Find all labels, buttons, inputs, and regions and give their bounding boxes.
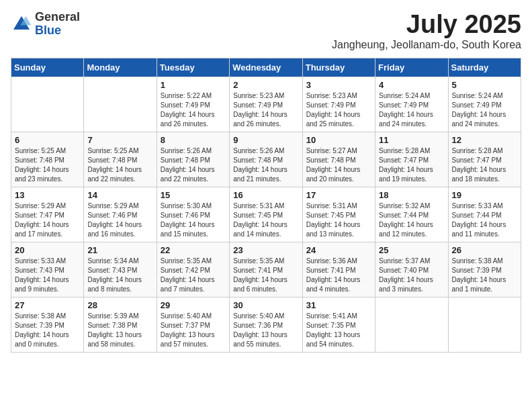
day-info: Sunrise: 5:23 AMSunset: 7:49 PMDaylight:…	[233, 91, 298, 129]
day-number: 1	[161, 80, 226, 90]
day-number: 18	[379, 190, 444, 200]
day-of-week-header: Sunday	[11, 58, 84, 77]
day-info: Sunrise: 5:41 AMSunset: 7:35 PMDaylight:…	[306, 312, 371, 349]
calendar-header: SundayMondayTuesdayWednesdayThursdayFrid…	[11, 58, 521, 77]
calendar-cell: 26Sunrise: 5:38 AMSunset: 7:39 PMDayligh…	[448, 242, 521, 297]
day-number: 11	[379, 135, 444, 145]
calendar-week-row: 20Sunrise: 5:33 AMSunset: 7:43 PMDayligh…	[11, 242, 521, 297]
day-number: 10	[306, 135, 371, 145]
day-info: Sunrise: 5:39 AMSunset: 7:38 PMDaylight:…	[87, 312, 152, 349]
day-info: Sunrise: 5:22 AMSunset: 7:49 PMDaylight:…	[161, 91, 226, 129]
day-info: Sunrise: 5:26 AMSunset: 7:48 PMDaylight:…	[233, 146, 298, 184]
day-number: 29	[161, 300, 226, 310]
day-number: 15	[161, 190, 226, 200]
day-number: 14	[87, 190, 152, 200]
calendar-cell: 4Sunrise: 5:24 AMSunset: 7:49 PMDaylight…	[375, 77, 448, 132]
calendar-cell: 9Sunrise: 5:26 AMSunset: 7:48 PMDaylight…	[230, 132, 302, 187]
day-info: Sunrise: 5:24 AMSunset: 7:49 PMDaylight:…	[379, 91, 444, 129]
calendar-cell: 23Sunrise: 5:35 AMSunset: 7:41 PMDayligh…	[230, 242, 302, 297]
logo-icon	[11, 13, 32, 35]
day-of-week-header: Tuesday	[157, 58, 229, 77]
day-of-week-header: Monday	[84, 58, 157, 77]
calendar-cell	[84, 77, 157, 132]
calendar-cell	[375, 297, 448, 352]
day-info: Sunrise: 5:29 AMSunset: 7:46 PMDaylight:…	[87, 201, 152, 239]
day-info: Sunrise: 5:24 AMSunset: 7:49 PMDaylight:…	[452, 91, 517, 129]
day-info: Sunrise: 5:30 AMSunset: 7:46 PMDaylight:…	[161, 201, 226, 239]
calendar-cell: 20Sunrise: 5:33 AMSunset: 7:43 PMDayligh…	[11, 242, 84, 297]
calendar-cell: 18Sunrise: 5:32 AMSunset: 7:44 PMDayligh…	[375, 187, 448, 242]
calendar-cell: 5Sunrise: 5:24 AMSunset: 7:49 PMDaylight…	[448, 77, 521, 132]
day-info: Sunrise: 5:32 AMSunset: 7:44 PMDaylight:…	[379, 201, 444, 239]
day-number: 17	[306, 190, 371, 200]
day-info: Sunrise: 5:28 AMSunset: 7:47 PMDaylight:…	[379, 146, 444, 184]
month-title: July 2025	[332, 11, 521, 39]
calendar-cell: 7Sunrise: 5:25 AMSunset: 7:48 PMDaylight…	[84, 132, 157, 187]
calendar-week-row: 13Sunrise: 5:29 AMSunset: 7:47 PMDayligh…	[11, 187, 521, 242]
logo-general: General	[35, 11, 80, 24]
day-number: 6	[15, 135, 80, 145]
day-of-week-header: Wednesday	[230, 58, 302, 77]
day-number: 3	[306, 80, 371, 90]
calendar-body: 1Sunrise: 5:22 AMSunset: 7:49 PMDaylight…	[11, 77, 521, 352]
day-info: Sunrise: 5:27 AMSunset: 7:48 PMDaylight:…	[306, 146, 371, 184]
location-title: Jangheung, Jeollanam-do, South Korea	[332, 39, 521, 51]
day-of-week-header: Thursday	[302, 58, 375, 77]
calendar-cell: 31Sunrise: 5:41 AMSunset: 7:35 PMDayligh…	[302, 297, 375, 352]
day-number: 20	[15, 245, 80, 255]
calendar-cell: 19Sunrise: 5:33 AMSunset: 7:44 PMDayligh…	[448, 187, 521, 242]
calendar-cell: 2Sunrise: 5:23 AMSunset: 7:49 PMDaylight…	[230, 77, 302, 132]
day-info: Sunrise: 5:40 AMSunset: 7:36 PMDaylight:…	[233, 312, 298, 349]
day-number: 7	[87, 135, 152, 145]
day-info: Sunrise: 5:26 AMSunset: 7:48 PMDaylight:…	[161, 146, 226, 184]
calendar-cell: 8Sunrise: 5:26 AMSunset: 7:48 PMDaylight…	[157, 132, 229, 187]
calendar: SundayMondayTuesdayWednesdayThursdayFrid…	[11, 58, 521, 353]
day-info: Sunrise: 5:38 AMSunset: 7:39 PMDaylight:…	[15, 312, 80, 349]
day-info: Sunrise: 5:35 AMSunset: 7:42 PMDaylight:…	[161, 257, 226, 294]
day-info: Sunrise: 5:25 AMSunset: 7:48 PMDaylight:…	[87, 146, 152, 184]
calendar-cell: 15Sunrise: 5:30 AMSunset: 7:46 PMDayligh…	[157, 187, 229, 242]
calendar-cell: 12Sunrise: 5:28 AMSunset: 7:47 PMDayligh…	[448, 132, 521, 187]
day-number: 25	[379, 245, 444, 255]
day-info: Sunrise: 5:33 AMSunset: 7:43 PMDaylight:…	[15, 257, 80, 294]
day-number: 8	[161, 135, 226, 145]
day-number: 12	[452, 135, 517, 145]
logo-blue: Blue	[35, 24, 80, 38]
day-info: Sunrise: 5:31 AMSunset: 7:45 PMDaylight:…	[233, 201, 298, 239]
calendar-week-row: 27Sunrise: 5:38 AMSunset: 7:39 PMDayligh…	[11, 297, 521, 352]
calendar-cell: 28Sunrise: 5:39 AMSunset: 7:38 PMDayligh…	[84, 297, 157, 352]
day-number: 24	[306, 245, 371, 255]
day-number: 27	[15, 300, 80, 310]
header: General Blue July 2025 Jangheung, Jeolla…	[11, 11, 521, 51]
day-info: Sunrise: 5:31 AMSunset: 7:45 PMDaylight:…	[306, 201, 371, 239]
day-number: 4	[379, 80, 444, 90]
calendar-cell: 3Sunrise: 5:23 AMSunset: 7:49 PMDaylight…	[302, 77, 375, 132]
day-number: 23	[233, 245, 298, 255]
day-number: 9	[233, 135, 298, 145]
calendar-cell: 17Sunrise: 5:31 AMSunset: 7:45 PMDayligh…	[302, 187, 375, 242]
day-info: Sunrise: 5:35 AMSunset: 7:41 PMDaylight:…	[233, 257, 298, 294]
calendar-cell: 6Sunrise: 5:25 AMSunset: 7:48 PMDaylight…	[11, 132, 84, 187]
calendar-cell: 22Sunrise: 5:35 AMSunset: 7:42 PMDayligh…	[157, 242, 229, 297]
calendar-cell: 21Sunrise: 5:34 AMSunset: 7:43 PMDayligh…	[84, 242, 157, 297]
day-info: Sunrise: 5:33 AMSunset: 7:44 PMDaylight:…	[452, 201, 517, 239]
calendar-week-row: 6Sunrise: 5:25 AMSunset: 7:48 PMDaylight…	[11, 132, 521, 187]
day-number: 16	[233, 190, 298, 200]
day-of-week-header: Saturday	[448, 58, 521, 77]
day-info: Sunrise: 5:28 AMSunset: 7:47 PMDaylight:…	[452, 146, 517, 184]
calendar-cell: 27Sunrise: 5:38 AMSunset: 7:39 PMDayligh…	[11, 297, 84, 352]
calendar-cell: 14Sunrise: 5:29 AMSunset: 7:46 PMDayligh…	[84, 187, 157, 242]
day-number: 28	[87, 300, 152, 310]
title-area: July 2025 Jangheung, Jeollanam-do, South…	[332, 11, 521, 51]
day-number: 2	[233, 80, 298, 90]
day-number: 22	[161, 245, 226, 255]
day-number: 31	[306, 300, 371, 310]
calendar-header-row: SundayMondayTuesdayWednesdayThursdayFrid…	[11, 58, 521, 77]
calendar-week-row: 1Sunrise: 5:22 AMSunset: 7:49 PMDaylight…	[11, 77, 521, 132]
calendar-cell	[11, 77, 84, 132]
day-number: 21	[87, 245, 152, 255]
day-info: Sunrise: 5:36 AMSunset: 7:41 PMDaylight:…	[306, 257, 371, 294]
day-number: 30	[233, 300, 298, 310]
day-info: Sunrise: 5:37 AMSunset: 7:40 PMDaylight:…	[379, 257, 444, 294]
day-number: 13	[15, 190, 80, 200]
